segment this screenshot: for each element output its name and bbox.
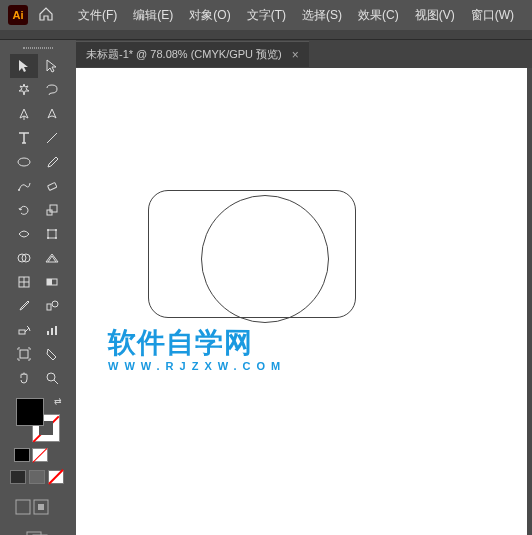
eraser-tool[interactable] (38, 174, 66, 198)
menu-object[interactable]: 对象(O) (183, 3, 236, 28)
svg-rect-17 (19, 330, 25, 334)
screen-mode[interactable] (0, 529, 76, 535)
perspective-grid-tool[interactable] (38, 246, 66, 270)
svg-rect-5 (48, 230, 56, 238)
gradient-tool[interactable] (38, 270, 66, 294)
rotate-tool[interactable] (10, 198, 38, 222)
line-segment-tool[interactable] (38, 126, 66, 150)
svg-point-0 (18, 158, 30, 166)
artwork-circle[interactable] (201, 195, 329, 323)
menu-bar: 文件(F) 编辑(E) 对象(O) 文字(T) 选择(S) 效果(C) 视图(V… (72, 3, 520, 28)
svg-point-1 (18, 189, 20, 191)
fill-stroke-swatch[interactable]: ⇄ (16, 398, 60, 442)
svg-point-9 (55, 237, 57, 239)
app-bar: Ai 文件(F) 编辑(E) 对象(O) 文字(T) 选择(S) 效果(C) 视… (0, 0, 532, 30)
doc-tab-title: 未标题-1* @ 78.08% (CMYK/GPU 预览) (86, 47, 282, 62)
shape-builder-tool[interactable] (10, 246, 38, 270)
svg-point-6 (47, 229, 49, 231)
svg-rect-14 (47, 279, 52, 285)
color-mode-row (0, 470, 76, 484)
none-color[interactable] (32, 448, 48, 462)
svg-rect-23 (16, 500, 30, 514)
menu-effect[interactable]: 效果(C) (352, 3, 405, 28)
draw-mode[interactable] (0, 496, 76, 521)
ellipse-tool[interactable] (10, 150, 38, 174)
color-mode-gradient[interactable] (29, 470, 45, 484)
vertical-scrollbar[interactable] (527, 68, 532, 535)
svg-rect-2 (48, 182, 57, 190)
menu-window[interactable]: 窗口(W) (465, 3, 520, 28)
column-graph-tool[interactable] (38, 318, 66, 342)
svg-rect-19 (51, 328, 53, 335)
ai-logo: Ai (8, 5, 28, 25)
selection-tool[interactable] (10, 54, 38, 78)
paintbrush-tool[interactable] (38, 150, 66, 174)
shaper-tool[interactable] (10, 174, 38, 198)
tools-panel: ⇄ (0, 40, 76, 535)
watermark: 软件自学网 WWW.RJZXW.COM (108, 324, 286, 372)
scale-tool[interactable] (38, 198, 66, 222)
mesh-tool[interactable] (10, 270, 38, 294)
menu-view[interactable]: 视图(V) (409, 3, 461, 28)
color-mode-none[interactable] (48, 470, 64, 484)
close-icon[interactable]: × (292, 48, 299, 62)
curvature-tool[interactable] (38, 102, 66, 126)
svg-point-22 (47, 373, 55, 381)
doc-tab-bar: 未标题-1* @ 78.08% (CMYK/GPU 预览) × (76, 40, 532, 68)
svg-point-7 (55, 229, 57, 231)
eyedropper-tool[interactable] (10, 294, 38, 318)
fill-color[interactable] (16, 398, 44, 426)
home-icon[interactable] (38, 6, 54, 25)
svg-rect-18 (47, 331, 49, 335)
color-section: ⇄ (0, 398, 76, 462)
watermark-url: WWW.RJZXW.COM (108, 360, 286, 372)
svg-point-16 (52, 301, 58, 307)
width-tool[interactable] (10, 222, 38, 246)
svg-rect-15 (47, 304, 51, 310)
color-mode-solid[interactable] (10, 470, 26, 484)
svg-rect-4 (50, 205, 57, 212)
menu-file[interactable]: 文件(F) (72, 3, 123, 28)
direct-selection-tool[interactable] (38, 54, 66, 78)
svg-rect-20 (55, 326, 57, 335)
blend-tool[interactable] (38, 294, 66, 318)
svg-rect-25 (38, 504, 44, 510)
menu-type[interactable]: 文字(T) (241, 3, 292, 28)
free-transform-tool[interactable] (38, 222, 66, 246)
mini-swatches (14, 448, 66, 462)
canvas-area[interactable]: 软件自学网 WWW.RJZXW.COM (76, 68, 532, 535)
svg-rect-21 (20, 350, 28, 358)
svg-point-8 (47, 237, 49, 239)
zoom-tool[interactable] (38, 366, 66, 390)
default-fill-stroke[interactable] (14, 448, 30, 462)
tool-grid (0, 52, 76, 392)
control-bar (0, 30, 532, 40)
artboard-tool[interactable] (10, 342, 38, 366)
menu-select[interactable]: 选择(S) (296, 3, 348, 28)
panel-grip[interactable] (0, 44, 76, 52)
watermark-text: 软件自学网 (108, 324, 286, 362)
pen-tool[interactable] (10, 102, 38, 126)
type-tool[interactable] (10, 126, 38, 150)
slice-tool[interactable] (38, 342, 66, 366)
swap-fill-stroke-icon[interactable]: ⇄ (54, 396, 62, 406)
hand-tool[interactable] (10, 366, 38, 390)
symbol-sprayer-tool[interactable] (10, 318, 38, 342)
magic-wand-tool[interactable] (10, 78, 38, 102)
menu-edit[interactable]: 编辑(E) (127, 3, 179, 28)
lasso-tool[interactable] (38, 78, 66, 102)
doc-tab[interactable]: 未标题-1* @ 78.08% (CMYK/GPU 预览) × (76, 41, 309, 67)
